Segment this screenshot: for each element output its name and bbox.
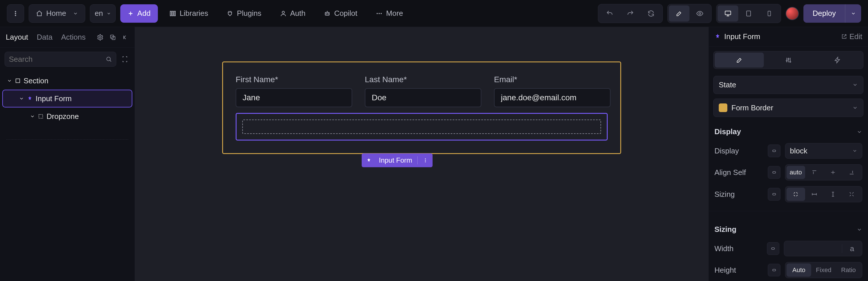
height-auto[interactable]: Auto xyxy=(786,263,811,277)
state-toggle[interactable] xyxy=(768,166,780,179)
tree-row-input-form[interactable]: Input Form xyxy=(2,90,132,108)
field-last-name: Last Name* xyxy=(365,75,482,107)
state-toggle[interactable] xyxy=(767,242,779,255)
more-button[interactable]: More xyxy=(369,4,410,23)
deploy-button[interactable]: Deploy xyxy=(803,4,845,23)
copy-icon[interactable] xyxy=(110,34,116,41)
field-email-input[interactable] xyxy=(494,88,611,107)
sizing-grow[interactable] xyxy=(842,188,861,201)
copilot-button[interactable]: Copilot xyxy=(317,4,364,23)
field-last-name-input[interactable] xyxy=(365,88,482,107)
display-section-header[interactable]: Display xyxy=(709,119,868,140)
edit-mode-button[interactable] xyxy=(669,5,689,22)
tree-empty-area xyxy=(6,128,128,140)
chevron-down-icon xyxy=(852,148,857,153)
display-select[interactable]: block xyxy=(785,143,862,159)
form-card[interactable]: First Name* Last Name* Email* xyxy=(222,61,621,154)
tab-actions[interactable]: Actions xyxy=(61,33,86,42)
svg-point-25 xyxy=(425,162,426,162)
tree-row-section[interactable]: Section xyxy=(2,72,132,90)
height-row: Height Auto Fixed Ratio xyxy=(709,259,868,281)
align-self-end[interactable] xyxy=(842,166,861,179)
tree-row-label: Dropzone xyxy=(46,112,79,121)
canvas[interactable]: First Name* Last Name* Email* Input Form xyxy=(135,27,708,281)
preview-button[interactable] xyxy=(689,5,710,22)
page-selector[interactable]: Home xyxy=(29,4,85,23)
svg-point-20 xyxy=(107,57,111,61)
undo-button[interactable] xyxy=(599,5,620,22)
history-seg xyxy=(598,4,663,23)
width-unit[interactable]: a xyxy=(842,244,862,253)
plugins-button[interactable]: Plugins xyxy=(220,4,268,23)
state-toggle[interactable] xyxy=(768,188,780,201)
chevron-down-icon xyxy=(852,105,858,111)
tab-layout[interactable]: Layout xyxy=(6,33,28,42)
form-icon xyxy=(27,96,33,102)
language-selector[interactable]: en xyxy=(90,4,116,23)
svg-point-28 xyxy=(789,61,791,62)
display-row: Display block xyxy=(709,140,868,162)
section-icon xyxy=(15,78,21,84)
libraries-label: Libraries xyxy=(180,9,208,18)
sizing-section-header[interactable]: Sizing xyxy=(709,217,868,238)
selection-drag-handle[interactable] xyxy=(364,156,374,165)
svg-point-9 xyxy=(328,13,329,14)
svg-point-26 xyxy=(786,60,787,61)
state-toggle[interactable] xyxy=(768,144,780,157)
height-label: Height xyxy=(714,266,763,275)
state-toggle[interactable] xyxy=(768,264,780,276)
menu-button[interactable] xyxy=(7,4,24,23)
svg-rect-14 xyxy=(725,11,731,15)
search-input-wrapper[interactable] xyxy=(5,52,116,67)
collapse-panel-icon[interactable] xyxy=(122,34,129,41)
chevron-down-icon xyxy=(106,11,111,16)
device-mobile-button[interactable] xyxy=(759,5,780,22)
selection-more-button[interactable] xyxy=(421,156,430,165)
state-dropdown[interactable]: State xyxy=(713,76,863,94)
svg-point-1 xyxy=(15,13,16,14)
right-panel-header: Input Form Edit xyxy=(709,27,868,47)
align-self-center[interactable] xyxy=(824,166,842,179)
libraries-button[interactable]: Libraries xyxy=(162,4,215,23)
canvas-dropzone[interactable] xyxy=(236,113,608,140)
search-icon xyxy=(105,56,112,62)
svg-rect-16 xyxy=(768,11,770,16)
chevron-down-icon xyxy=(857,129,862,135)
form-icon xyxy=(714,33,721,40)
height-ratio[interactable]: Ratio xyxy=(836,263,861,277)
dots-vertical-icon xyxy=(12,10,19,17)
device-tablet-button[interactable] xyxy=(738,5,759,22)
sizing-shrink[interactable] xyxy=(786,188,805,201)
style-tab[interactable] xyxy=(715,53,764,67)
home-icon xyxy=(36,10,43,17)
sizing-width[interactable] xyxy=(805,188,824,201)
edit-component-button[interactable]: Edit xyxy=(841,32,862,41)
field-first-name-input[interactable] xyxy=(236,88,352,107)
align-self-auto[interactable]: auto xyxy=(786,166,805,179)
user-icon xyxy=(280,10,287,17)
auth-button[interactable]: Auth xyxy=(273,4,313,23)
expand-all-button[interactable] xyxy=(120,52,130,67)
svg-rect-29 xyxy=(773,150,776,152)
form-border-swatch xyxy=(719,104,727,112)
add-button[interactable]: Add xyxy=(120,4,158,23)
interactions-tab[interactable] xyxy=(813,53,862,67)
width-input[interactable] xyxy=(784,247,842,251)
form-border-class[interactable]: Form Border xyxy=(713,99,863,117)
redo-button[interactable] xyxy=(620,5,641,22)
tree-row-dropzone[interactable]: Dropzone xyxy=(2,108,132,125)
gear-icon[interactable] xyxy=(97,34,104,41)
state-dropdown-label: State xyxy=(719,80,848,89)
device-desktop-button[interactable] xyxy=(718,5,738,22)
sync-button[interactable] xyxy=(641,5,661,22)
settings-tab[interactable] xyxy=(764,53,813,67)
sizing-height[interactable] xyxy=(824,188,842,201)
tab-data[interactable]: Data xyxy=(37,33,53,42)
height-fixed[interactable]: Fixed xyxy=(811,263,836,277)
deploy-dropdown[interactable] xyxy=(845,4,861,23)
align-self-start[interactable] xyxy=(805,166,824,179)
avatar[interactable] xyxy=(786,7,799,20)
svg-point-13 xyxy=(699,12,701,15)
align-self-row: Align Self auto xyxy=(709,162,868,183)
search-input[interactable] xyxy=(9,55,102,64)
